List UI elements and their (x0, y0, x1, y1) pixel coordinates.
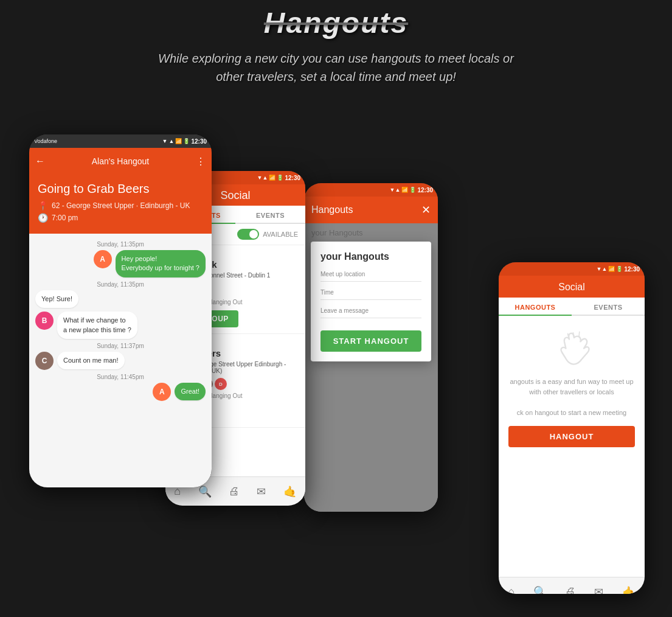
clock-icon: 🕐 (38, 213, 48, 223)
page-title: Hangouts (0, 6, 672, 40)
close-modal-button[interactable]: ✕ (421, 204, 431, 215)
back-icon[interactable]: ← (35, 156, 45, 167)
tab-events[interactable]: EVENTS (235, 206, 305, 223)
location-icon: 📍 (38, 201, 48, 211)
chat-message-5: Great! A (35, 383, 206, 401)
avatar-b: B (35, 312, 54, 330)
phone3-frame: ▼▲ 📶 🔋 12:30 Hangouts ✕ your Hangouts yo… (304, 183, 438, 512)
hangout-header: Going to Grab Beers 📍 62 - George Street… (29, 175, 212, 234)
chat-message-2: Yep! Sure! (35, 290, 206, 308)
chat-message-1: Hey people!Everybody up for tonight ? A (35, 250, 206, 277)
start-hangout-button[interactable]: START HANGOUT (320, 330, 421, 352)
print-nav-icon-2[interactable]: 🖨 (229, 485, 240, 498)
phone4-frame: ▼▲ 📶 🔋 12:30 Social HANGOUTS EVENTS (499, 262, 645, 594)
modal-title: your Hangouts (320, 251, 421, 262)
phone4-status-bar: ▼▲ 📶 🔋 12:30 (499, 262, 645, 276)
phone1-app-bar: ← Alan's Hangout ⋮ (29, 148, 212, 175)
page-header: Hangouts While exploring a new city you … (0, 0, 672, 86)
print-nav-icon-4[interactable]: 🖨 (565, 585, 576, 594)
phone4-app-bar: Social (499, 276, 645, 298)
availability-toggle[interactable] (237, 229, 259, 240)
phone4-bottom-nav: ⌂ 🔍 🖨 ✉ 🤙 (499, 577, 645, 594)
phones-container: Vodafone ▼ ▲ 📶 🔋 12:30 ← Alan's Hangout … (0, 98, 672, 597)
chat-message-3: B What if we change toa new place this t… (35, 312, 206, 339)
hangout-button[interactable]: HANGOUT (508, 426, 635, 447)
hangout-nav-icon-2[interactable]: 🤙 (283, 485, 297, 498)
phone3-screen: your Hangouts your Hangouts Meet up loca… (304, 223, 438, 512)
wave-hand-icon (547, 328, 596, 377)
empty-state-cta: ck on hangout to start a new meeting (517, 409, 626, 416)
search-nav-icon-4[interactable]: 🔍 (533, 585, 547, 594)
modal-message-field: Leave a message (320, 307, 421, 318)
avatar-a2: A (153, 383, 171, 401)
more-options-icon[interactable]: ⋮ (196, 156, 206, 167)
phone3-status-bar: ▼▲ 📶 🔋 12:30 (304, 183, 438, 197)
avatar-c: C (35, 352, 54, 370)
phone4-tabs: HANGOUTS EVENTS (499, 298, 645, 316)
modal-location-field: Meet up location (320, 271, 421, 282)
search-nav-icon-2[interactable]: 🔍 (198, 485, 212, 498)
empty-state-text: angouts is a easy and fun way to meet up… (510, 377, 633, 397)
create-hangout-modal: your Hangouts Meet up location Time Leav… (311, 242, 431, 361)
mail-nav-icon-2[interactable]: ✉ (257, 485, 266, 498)
modal-time-field: Time (320, 289, 421, 300)
mail-nav-icon-4[interactable]: ✉ (594, 585, 603, 594)
phone1-frame: Vodafone ▼ ▲ 📶 🔋 12:30 ← Alan's Hangout … (29, 134, 212, 487)
phone4-screen: HANGOUTS EVENTS angouts is a easy and fu… (499, 298, 645, 577)
empty-hangout-state: angouts is a easy and fun way to meet up… (499, 316, 645, 459)
modal-overlay: your Hangouts Meet up location Time Leav… (304, 223, 438, 512)
phone1-status-bar: Vodafone ▼ ▲ 📶 🔋 12:30 (29, 134, 212, 148)
hangout-location-row: 📍 62 - George Street Upper · Edinburgh -… (38, 201, 203, 211)
home-nav-icon-4[interactable]: ⌂ (508, 585, 514, 594)
avatar-a: A (94, 250, 112, 268)
hangout-title: Going to Grab Beers (38, 182, 203, 196)
tab-events-4[interactable]: EVENTS (572, 298, 645, 315)
chat-area: Sunday, 11:35pm Hey people!Everybody up … (29, 234, 212, 487)
chat-message-4: C Count on me man! (35, 352, 206, 370)
tab-hangouts-4[interactable]: HANGOUTS (499, 298, 572, 316)
hangout-nav-icon-4[interactable]: 🤙 (622, 585, 636, 594)
hangout-time-row: 🕐 7:00 pm (38, 213, 203, 223)
phone3-app-bar: Hangouts ✕ (304, 197, 438, 223)
page-subtitle: While exploring a new city you can use h… (0, 49, 672, 86)
